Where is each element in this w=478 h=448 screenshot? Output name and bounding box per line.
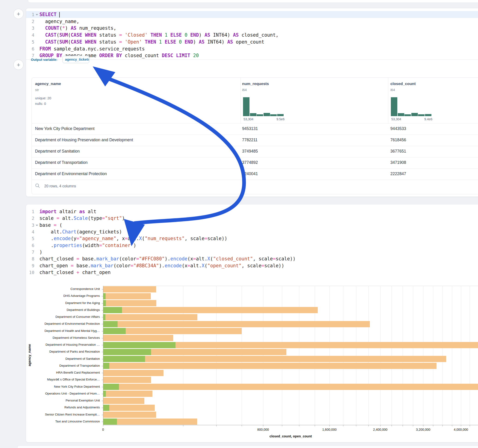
code-token: chart_open <box>39 263 71 268</box>
code-line: 2 agency_name, <box>26 18 478 25</box>
code-token <box>188 32 190 38</box>
code-token: . <box>39 236 54 241</box>
cell-num-requests: 3749485 <box>242 149 258 154</box>
code-text: .properties(width="container") <box>39 242 136 249</box>
notebook-page: + + 1SELECT 2 agency_name,3 COUNT(*) AS … <box>0 0 478 448</box>
code-token: ( <box>59 25 62 31</box>
bar-closed <box>103 356 446 362</box>
code-token: = <box>76 256 79 261</box>
x-axis-tick <box>391 425 392 426</box>
x-axis-tick <box>461 425 461 426</box>
python-cell: 1import altair as alt2scale = alt.Scale(… <box>26 204 478 442</box>
code-token: FROM <box>39 46 51 52</box>
bar-open <box>103 300 106 306</box>
y-axis-label: Senior Citizen Rent Increase Exempti… <box>26 413 100 416</box>
search-icon[interactable] <box>35 183 40 189</box>
table-row[interactable]: Department of Environmental Protection22… <box>32 168 478 180</box>
output-variable-label: Output variable: <box>31 58 57 62</box>
code-line: 4 CAST(SUM(CASE WHEN status = 'Closed' T… <box>26 31 478 38</box>
bar-closed <box>103 300 156 306</box>
code-token: AS <box>71 25 76 31</box>
code-token: ( <box>57 39 59 45</box>
table-row[interactable]: Department of Sanitation37494853677651 <box>32 146 478 157</box>
y-axis-line <box>103 286 103 425</box>
bar-open <box>103 418 117 425</box>
text-cursor <box>59 12 60 18</box>
gridline <box>452 286 452 425</box>
table-row[interactable]: Department of Housing Preservation and D… <box>32 135 478 146</box>
bar-open <box>103 328 126 334</box>
output-variable-chip[interactable]: agency_tickets <box>63 56 89 63</box>
line-number: 9 <box>26 262 34 269</box>
add-cell-button-middle[interactable]: + <box>13 60 24 70</box>
line-number: 6 <box>26 242 34 249</box>
y-axis-label: DHS Advantage Programs <box>26 294 100 298</box>
cell-closed-count: 3677651 <box>390 149 406 154</box>
code-token <box>82 39 85 45</box>
bar-closed <box>103 314 197 320</box>
code-token: LIMIT <box>176 53 190 58</box>
code-token: ELSE <box>170 32 182 38</box>
x-axis-tick <box>329 425 330 426</box>
add-cell-button-top[interactable]: + <box>13 9 24 19</box>
column-header-num-requests[interactable]: num_requests i64 53,304 9.5e6 <box>242 78 387 123</box>
sql-code-editor[interactable]: 1SELECT 2 agency_name,3 COUNT(*) AS num_… <box>26 8 478 59</box>
code-token: , scale <box>253 256 273 261</box>
gridline <box>461 286 461 425</box>
code-text: CAST(SUM(CASE WHEN status = 'Closed' THE… <box>39 31 278 38</box>
code-token: ). <box>165 256 170 261</box>
x-axis-tick <box>263 425 263 426</box>
code-token <box>113 53 116 58</box>
x-axis-tick <box>368 425 369 426</box>
column-type: i64 <box>390 88 395 92</box>
fold-chevron-icon[interactable] <box>36 14 38 15</box>
code-token <box>39 39 45 45</box>
code-text: CAST(SUM(CASE WHEN status = 'Open' THEN … <box>39 38 264 45</box>
gridline <box>183 286 183 425</box>
code-token <box>39 25 45 31</box>
fold-chevron-icon[interactable] <box>36 225 38 226</box>
y-axis-label: Operations Unit - Department of Hom… <box>26 392 100 395</box>
plus-icon: + <box>17 10 20 17</box>
x-axis-tick-label: 1,600,000 <box>313 428 346 431</box>
code-token: = <box>193 256 196 261</box>
code-token: 0 <box>179 39 182 45</box>
code-token: = <box>125 236 127 241</box>
histogram-bar <box>250 113 256 116</box>
histogram-min-label: 53,304 <box>244 117 253 121</box>
python-code-editor[interactable]: 1import altair as alt2scale = alt.Scale(… <box>26 204 478 276</box>
gridline <box>343 286 343 425</box>
plus-icon: + <box>17 61 20 68</box>
code-token: DESC <box>162 53 173 58</box>
column-header-agency-name[interactable]: agency_name str unique: 20 nulls: 0 <box>35 78 238 123</box>
table-row[interactable]: New York City Police Department945313194… <box>32 123 478 135</box>
code-token: ( <box>142 236 145 241</box>
x-axis-tick <box>380 425 380 426</box>
code-line: 1SELECT <box>26 11 478 18</box>
column-name: closed_count <box>390 81 416 86</box>
gridline <box>470 286 470 425</box>
column-type: str <box>35 88 39 92</box>
histogram-bar <box>418 114 425 116</box>
x-axis-tick <box>403 425 403 426</box>
table-row[interactable]: Department of Transportation377489234719… <box>32 157 478 168</box>
line-number: 10 <box>26 269 34 276</box>
code-token: 1 <box>165 32 167 38</box>
column-header-closed-count[interactable]: closed_count i64 53,304 9.4e6 <box>390 78 478 123</box>
bar-closed <box>103 377 151 383</box>
bar-closed <box>103 405 155 411</box>
code-token: = <box>102 216 105 221</box>
code-token: CASE <box>71 39 82 45</box>
bar-closed <box>103 293 151 299</box>
cell-closed-count: 9443533 <box>390 126 406 131</box>
bar-closed <box>103 418 197 425</box>
code-token: scale)) <box>276 256 296 261</box>
column-stat-unique: unique: 20 <box>35 96 51 100</box>
histogram-bar <box>270 114 277 116</box>
histogram-max-label: 9.5e6 <box>266 117 284 121</box>
histogram-bar <box>425 114 431 116</box>
code-line: 6 .properties(width="container") <box>26 242 478 249</box>
code-token <box>182 39 184 45</box>
column-divider <box>388 78 388 123</box>
code-token: INT64) <box>205 39 227 45</box>
